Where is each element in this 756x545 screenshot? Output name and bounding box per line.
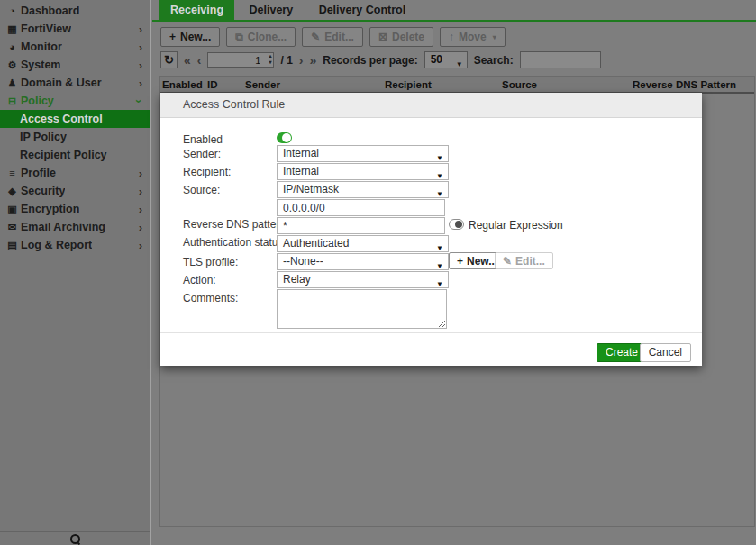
edit-button[interactable]: ✎ Edit...	[302, 27, 363, 47]
edit-icon: ✎	[503, 255, 512, 268]
enabled-label: Enabled	[183, 132, 223, 148]
source-type-select[interactable]: IP/Netmask ▼	[277, 181, 449, 198]
chevron-down-icon: ›	[132, 99, 145, 103]
move-button[interactable]: ↑ Move ▾	[440, 27, 506, 47]
gauge-icon: ◔	[5, 5, 19, 16]
regex-toggle[interactable]	[449, 219, 464, 230]
chevron-right-icon: ›	[139, 239, 142, 252]
shield-icon: ◈	[5, 186, 19, 197]
access-control-rule-dialog: Access Control Rule Enabled Sender: Inte…	[160, 93, 702, 366]
sidebar: ◔ Dashboard ▦ FortiView › ◕ Monitor › ⚙ …	[0, 0, 151, 545]
comments-label: Comments:	[183, 291, 238, 306]
reverse-dns-input[interactable]	[277, 217, 445, 234]
prev-page-icon[interactable]: ‹	[197, 53, 202, 68]
chart-icon: ▦	[5, 23, 19, 35]
search-input[interactable]	[520, 51, 601, 68]
sidebar-item-encryption[interactable]: ▣ Encryption ›	[0, 200, 150, 218]
chevron-right-icon: ›	[139, 59, 142, 72]
auth-status-label: Authentication status:	[183, 235, 287, 250]
comments-textarea[interactable]	[277, 289, 447, 329]
delete-button[interactable]: ⊠ Delete	[369, 27, 433, 47]
chevron-right-icon: ›	[139, 23, 142, 36]
clone-button[interactable]: ⧉ Clone...	[226, 27, 296, 47]
spinner-arrows-icon[interactable]: ▴▾	[269, 53, 271, 66]
pagination-bar: ↻ « ‹ ▴▾ / 1 › » Records per page: 50 ▼ …	[160, 51, 601, 68]
chevron-right-icon: ›	[139, 203, 142, 216]
chevron-right-icon: ›	[139, 41, 142, 54]
sidebar-item-domain-user[interactable]: ♟ Domain & User ›	[0, 74, 150, 92]
chevron-right-icon: ›	[139, 77, 142, 90]
regex-label: Regular Expression	[469, 219, 563, 232]
reverse-dns-label: Reverse DNS pattern:	[183, 217, 288, 232]
column-id[interactable]: ID	[205, 79, 243, 90]
sidebar-item-security[interactable]: ◈ Security ›	[0, 182, 150, 200]
chevron-right-icon: ›	[139, 221, 142, 234]
column-source[interactable]: Source	[500, 79, 631, 90]
sidebar-item-ip-policy[interactable]: IP Policy	[0, 128, 150, 146]
search-label: Search:	[474, 54, 514, 67]
action-select[interactable]: Relay ▼	[277, 271, 449, 288]
action-label: Action:	[183, 273, 216, 288]
recipient-label: Recipient:	[183, 165, 231, 180]
last-page-icon[interactable]: »	[309, 53, 316, 68]
sidebar-item-access-control[interactable]: Access Control	[0, 110, 150, 128]
mail-archive-icon: ✉	[5, 222, 19, 233]
sidebar-item-email-archiving[interactable]: ✉ Email Archiving ›	[0, 218, 150, 236]
new-button[interactable]: + New...	[160, 27, 220, 47]
column-reverse-dns-pattern[interactable]: Reverse DNS Pattern	[631, 79, 754, 90]
sidebar-item-log-report[interactable]: ▤ Log & Report ›	[0, 236, 150, 254]
tls-profile-label: TLS profile:	[183, 255, 238, 270]
pie-chart-icon: ◕	[5, 41, 19, 52]
source-label: Source:	[183, 183, 220, 198]
policy-icon: ⊟	[5, 95, 19, 107]
column-enabled[interactable]: Enabled	[160, 79, 205, 90]
sidebar-item-system[interactable]: ⚙ System ›	[0, 56, 150, 74]
move-up-icon: ↑	[449, 31, 454, 43]
list-icon: ≡	[5, 168, 19, 178]
log-icon: ▤	[5, 240, 19, 251]
user-icon: ♟	[5, 77, 19, 89]
clone-icon: ⧉	[235, 31, 243, 43]
caret-down-icon: ▾	[493, 33, 496, 41]
source-ip-input[interactable]	[277, 199, 445, 216]
plus-icon: +	[457, 255, 463, 268]
plus-icon: +	[169, 31, 176, 43]
column-sender[interactable]: Sender	[243, 79, 383, 90]
sidebar-item-policy[interactable]: ⊟ Policy ›	[0, 92, 150, 110]
next-page-icon[interactable]: ›	[299, 53, 304, 68]
tls-profile-select[interactable]: --None-- ▼	[277, 253, 449, 270]
tls-edit-button[interactable]: ✎ Edit...	[495, 252, 553, 269]
sidebar-item-recipient-policy[interactable]: Recipient Policy	[0, 146, 150, 164]
page-count: / 1	[280, 54, 292, 67]
sender-select[interactable]: Internal ▼	[277, 145, 449, 162]
tab-bar: Receiving Delivery Delivery Control	[152, 0, 756, 22]
column-recipient[interactable]: Recipient	[383, 79, 500, 90]
page-number-input[interactable]	[207, 52, 274, 68]
tab-delivery[interactable]: Delivery	[239, 0, 305, 20]
sidebar-item-dashboard[interactable]: ◔ Dashboard	[0, 2, 150, 20]
chevron-right-icon: ›	[139, 167, 142, 180]
records-per-page-select[interactable]: 50 ▼	[424, 51, 468, 68]
sidebar-item-monitor[interactable]: ◕ Monitor ›	[0, 38, 150, 56]
refresh-button[interactable]: ↻	[160, 51, 178, 68]
page-number-stepper: ▴▾	[207, 52, 274, 68]
sidebar-footer	[0, 531, 150, 545]
toolbar: + New... ⧉ Clone... ✎ Edit... ⊠ Delete ↑…	[160, 27, 506, 47]
edit-icon: ✎	[311, 31, 320, 43]
auth-status-select[interactable]: Authenticated ▼	[277, 235, 449, 252]
recipient-select[interactable]: Internal ▼	[277, 163, 449, 180]
search-icon[interactable]	[70, 534, 80, 544]
sender-label: Sender:	[183, 147, 221, 162]
dialog-title: Access Control Rule	[160, 93, 702, 118]
first-page-icon[interactable]: «	[184, 53, 191, 68]
table-header-row: Enabled ID Sender Recipient Source Rever…	[160, 77, 754, 94]
trash-icon: ⊠	[378, 31, 387, 43]
tab-delivery-control[interactable]: Delivery Control	[308, 0, 417, 20]
lock-icon: ▣	[5, 204, 19, 215]
enabled-toggle[interactable]	[277, 132, 292, 143]
sidebar-item-profile[interactable]: ≡ Profile ›	[0, 164, 150, 182]
tab-receiving[interactable]: Receiving	[159, 0, 234, 20]
caret-down-icon: ▼	[456, 57, 463, 72]
cancel-button[interactable]: Cancel	[640, 343, 691, 362]
sidebar-item-fortiview[interactable]: ▦ FortiView ›	[0, 20, 150, 38]
